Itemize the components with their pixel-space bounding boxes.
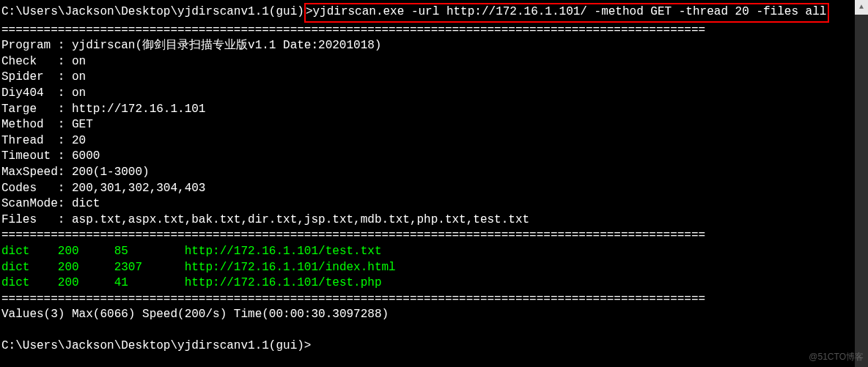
scrollbar-track[interactable] <box>855 15 868 367</box>
results-block: dict 200 85 http://172.16.1.101/test.txt… <box>1 244 867 292</box>
command-text: yjdirscan.exe -url http://172.16.1.101/ … <box>312 5 826 18</box>
label: Files : <box>1 213 72 226</box>
watermark: @51CTO博客 <box>809 351 864 363</box>
prompt-path: C:\Users\Jackson\Desktop\yjdirscanv1.1(g… <box>1 4 304 21</box>
config-diy404: Diy404 : on <box>1 86 867 102</box>
prompt-line-2[interactable]: C:\Users\Jackson\Desktop\yjdirscanv1.1(g… <box>1 338 867 355</box>
label: Method : <box>1 118 72 131</box>
config-targe: Targe : http://172.16.1.101 <box>1 102 867 118</box>
label: Timeout : <box>1 149 72 163</box>
config-files: Files : asp.txt,aspx.txt,bak.txt,dir.txt… <box>1 212 867 229</box>
config-codes: Codes : 200,301,302,304,403 <box>1 181 867 197</box>
config-method: Method : GET <box>1 117 867 133</box>
label: Targe : <box>1 103 72 116</box>
value: on <box>72 70 86 84</box>
value: 6000 <box>72 149 100 163</box>
label: Codes : <box>1 182 72 195</box>
label: ScanMode: <box>1 197 72 210</box>
highlighted-command-box: >yjdirscan.exe -url http://172.16.1.101/… <box>304 3 830 23</box>
result-row: dict 200 2307 http://172.16.1.101/index.… <box>1 260 867 276</box>
config-check: Check : on <box>1 54 867 70</box>
config-scanmode: ScanMode: dict <box>1 196 867 212</box>
result-row: dict 200 85 http://172.16.1.101/test.txt <box>1 244 867 260</box>
config-maxspeed: MaxSpeed: 200(1-3000) <box>1 165 867 181</box>
value: 20 <box>72 134 86 147</box>
value: on <box>72 86 86 100</box>
label: Spider : <box>1 70 72 84</box>
divider-top: ========================================… <box>1 23 867 39</box>
value: asp.txt,aspx.txt,bak.txt,dir.txt,jsp.txt… <box>72 213 529 226</box>
config-program: Program : yjdirscan(御剑目录扫描专业版v1.1 Date:2… <box>1 38 867 54</box>
value: 200(1-3000) <box>72 166 150 179</box>
value: GET <box>72 118 93 131</box>
command-prompt-line: C:\Users\Jackson\Desktop\yjdirscanv1.1(g… <box>1 3 867 23</box>
scrollbar-up-button[interactable]: ▲ <box>855 0 868 15</box>
chevron-up-icon: ▲ <box>859 2 864 12</box>
value: yjdirscan(御剑目录扫描专业版v1.1 Date:20201018) <box>72 39 381 52</box>
label: MaxSpeed: <box>1 166 72 179</box>
config-spider: Spider : on <box>1 70 867 86</box>
blank-line <box>1 323 867 339</box>
summary-line: Values(3) Max(6066) Speed(200/s) Time(00… <box>1 307 867 323</box>
divider-mid: ========================================… <box>1 228 867 244</box>
config-timeout: Timeout : 6000 <box>1 149 867 165</box>
prompt-text: C:\Users\Jackson\Desktop\yjdirscanv1.1(g… <box>1 339 311 352</box>
value: 200,301,302,304,403 <box>72 182 205 195</box>
value: on <box>72 55 86 68</box>
label: Program : <box>1 39 72 52</box>
label: Diy404 : <box>1 86 72 100</box>
value: dict <box>72 197 100 210</box>
divider-bottom: ========================================… <box>1 292 867 308</box>
label: Thread : <box>1 134 72 147</box>
value: http://172.16.1.101 <box>72 103 205 116</box>
config-thread: Thread : 20 <box>1 133 867 149</box>
result-row: dict 200 41 http://172.16.1.101/test.php <box>1 275 867 292</box>
label: Check : <box>1 55 72 68</box>
